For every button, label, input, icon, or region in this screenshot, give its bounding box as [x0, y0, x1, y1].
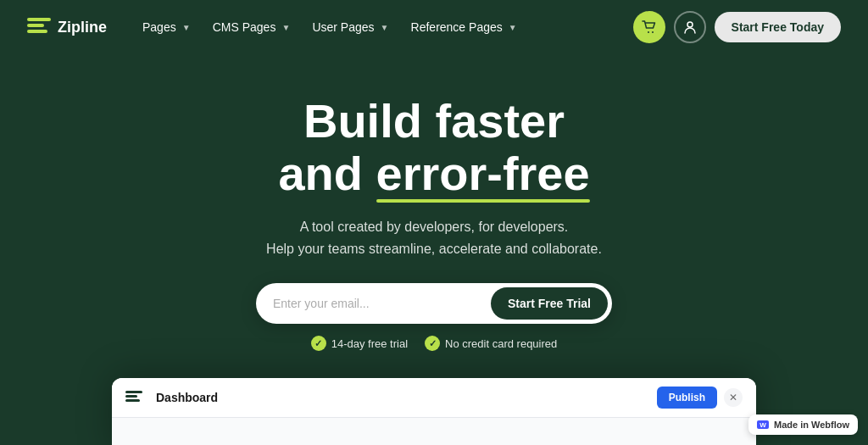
nav-item-user-pages[interactable]: User Pages ▼ [303, 15, 398, 39]
webflow-badge[interactable]: W Made in Webflow [748, 414, 858, 435]
nav-item-reference-pages[interactable]: Reference Pages ▼ [403, 15, 527, 39]
hero-section: Build faster and error-free A tool creat… [0, 54, 868, 405]
logo-icon [27, 18, 51, 36]
badge-free-trial: ✓ 14-day free trial [311, 336, 408, 351]
svg-point-0 [648, 31, 649, 33]
start-free-today-button[interactable]: Start Free Today [715, 12, 841, 42]
navbar: Zipline Pages ▼ CMS Pages ▼ User Pages ▼… [0, 0, 868, 54]
email-input[interactable] [273, 297, 491, 310]
check-icon: ✓ [311, 336, 326, 351]
chevron-down-icon: ▼ [280, 21, 292, 33]
cart-button[interactable] [633, 11, 665, 43]
svg-point-2 [687, 22, 693, 27]
nav-item-pages[interactable]: Pages ▼ [134, 15, 201, 39]
user-icon [683, 20, 697, 34]
logo-link[interactable]: Zipline [27, 18, 107, 36]
nav-item-cms-pages[interactable]: CMS Pages ▼ [204, 15, 301, 39]
hero-title: Build faster and error-free [17, 95, 851, 199]
check-icon: ✓ [425, 336, 440, 351]
email-form: Start Free Trial [256, 283, 612, 324]
badge-no-credit-card: ✓ No credit card required [425, 336, 557, 351]
start-trial-button[interactable]: Start Free Trial [491, 287, 608, 320]
hero-subtitle: A tool created by developers, for develo… [17, 216, 851, 259]
chevron-down-icon: ▼ [181, 21, 192, 33]
svg-point-1 [652, 31, 654, 33]
dashboard-body [112, 418, 756, 445]
badges: ✓ 14-day free trial ✓ No credit card req… [17, 336, 851, 351]
cart-icon [642, 20, 657, 34]
user-button[interactable] [674, 11, 706, 43]
chevron-down-icon: ▼ [379, 21, 391, 33]
nav-actions: Start Free Today [633, 11, 841, 43]
chevron-down-icon: ▼ [507, 21, 519, 33]
brand-name: Zipline [58, 19, 107, 36]
nav-links: Pages ▼ CMS Pages ▼ User Pages ▼ Referen… [134, 15, 633, 39]
hero-highlight: error-free [376, 147, 590, 200]
webflow-logo-icon: W [757, 420, 769, 429]
webflow-badge-label: Made in Webflow [774, 420, 849, 430]
